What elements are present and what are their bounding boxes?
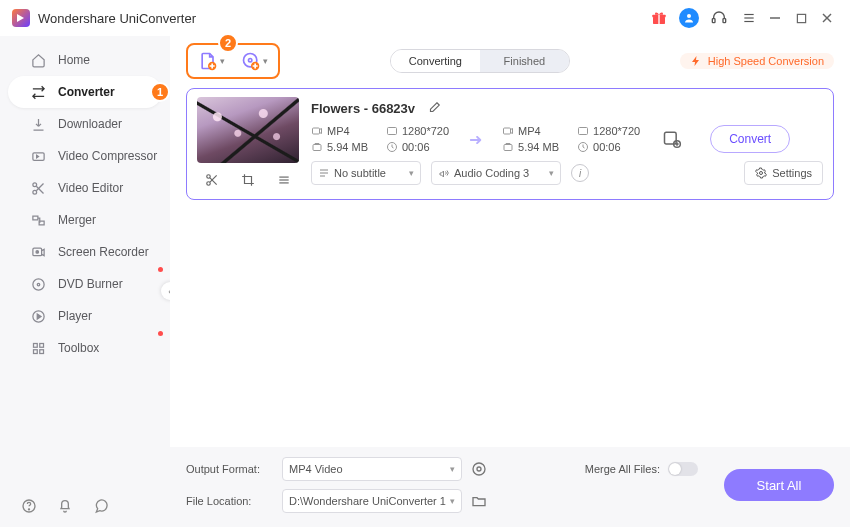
svg-point-36 [207, 182, 211, 186]
play-icon [30, 308, 46, 324]
disc-icon [30, 276, 46, 292]
tab-finished[interactable]: Finished [480, 50, 569, 72]
svg-point-23 [37, 283, 40, 286]
open-folder-icon[interactable] [470, 492, 488, 510]
svg-rect-10 [797, 14, 805, 22]
output-format-value: MP4 Video [289, 463, 343, 475]
resolution-icon [386, 125, 398, 137]
merge-toggle[interactable] [668, 462, 698, 476]
crop-icon[interactable] [237, 169, 259, 191]
status-tabs: Converting Finished [390, 49, 570, 73]
sidebar-item-label: Video Compressor [58, 149, 157, 163]
tab-converting[interactable]: Converting [391, 50, 480, 72]
file-location-value: D:\Wondershare UniConverter 1 [289, 495, 446, 507]
chevron-down-icon: ▾ [409, 168, 414, 178]
svg-rect-25 [33, 343, 37, 347]
file-name: Flowers - 66823v [311, 101, 415, 116]
file-thumbnail[interactable] [197, 97, 299, 163]
subtitle-value: No subtitle [334, 167, 386, 179]
video-icon [311, 125, 323, 137]
sidebar-item-player[interactable]: Player [8, 300, 162, 332]
trim-icon[interactable] [201, 169, 223, 191]
file-location-select[interactable]: D:\Wondershare UniConverter 1 ▾ [282, 489, 462, 513]
support-icon[interactable] [708, 7, 730, 29]
info-icon[interactable]: i [571, 164, 589, 182]
record-icon [30, 244, 46, 260]
sidebar-item-label: Converter [58, 85, 115, 99]
merge-label: Merge All Files: [580, 463, 660, 475]
size-icon [502, 141, 514, 153]
feedback-icon[interactable] [92, 497, 110, 515]
size-icon [311, 141, 323, 153]
audio-value: Audio Coding 3 [454, 167, 529, 179]
download-icon [30, 116, 46, 132]
start-all-button[interactable]: Start All [724, 469, 834, 501]
effect-icon[interactable] [273, 169, 295, 191]
gear-icon [755, 167, 767, 179]
audio-icon [438, 167, 450, 179]
sidebar-item-merger[interactable]: Merger [8, 204, 162, 236]
sidebar: Home Converter 1 Downloader Video Compre… [0, 36, 170, 527]
gift-icon[interactable] [648, 7, 670, 29]
bolt-icon [690, 55, 702, 67]
svg-point-53 [477, 467, 481, 471]
sidebar-item-label: DVD Burner [58, 277, 123, 291]
sidebar-item-converter[interactable]: Converter 1 [8, 76, 162, 108]
svg-rect-4 [712, 19, 715, 23]
src-format: MP4 [327, 125, 350, 137]
add-dvd-button[interactable]: ▾ [237, 47, 272, 75]
bell-icon[interactable] [56, 497, 74, 515]
sidebar-item-label: Screen Recorder [58, 245, 149, 259]
sidebar-item-label: Downloader [58, 117, 122, 131]
arrow-right-icon: ➜ [463, 130, 488, 149]
window-maximize[interactable] [790, 7, 812, 29]
convert-button[interactable]: Convert [710, 125, 790, 153]
clock-icon [577, 141, 589, 153]
sidebar-item-label: Player [58, 309, 92, 323]
sidebar-item-dvd-burner[interactable]: DVD Burner [8, 268, 162, 300]
clock-icon [386, 141, 398, 153]
sidebar-item-video-editor[interactable]: Video Editor [8, 172, 162, 204]
video-icon [502, 125, 514, 137]
svg-point-33 [249, 59, 252, 62]
add-media-group: 2 ▾ ▾ [186, 43, 280, 79]
resolution-icon [577, 125, 589, 137]
sidebar-item-video-compressor[interactable]: Video Compressor [8, 140, 162, 172]
output-preset-icon[interactable] [662, 129, 682, 149]
dst-size: 5.94 MB [518, 141, 559, 153]
rename-icon[interactable] [423, 97, 445, 119]
svg-rect-27 [33, 349, 37, 353]
sidebar-item-home[interactable]: Home [8, 44, 162, 76]
sidebar-item-toolbox[interactable]: Toolbox [8, 332, 162, 364]
svg-rect-46 [504, 128, 511, 134]
svg-point-52 [760, 172, 763, 175]
user-avatar[interactable] [678, 7, 700, 29]
svg-rect-42 [313, 128, 320, 134]
src-size: 5.94 MB [327, 141, 368, 153]
subtitle-select[interactable]: No subtitle ▾ [311, 161, 421, 185]
svg-rect-44 [313, 145, 321, 151]
settings-button[interactable]: Settings [744, 161, 823, 185]
chevron-down-icon: ▾ [220, 56, 225, 66]
help-icon[interactable] [20, 497, 38, 515]
svg-point-14 [32, 182, 36, 186]
hamburger-icon[interactable] [738, 7, 760, 29]
sidebar-item-screen-recorder[interactable]: Screen Recorder [8, 236, 162, 268]
src-res: 1280*720 [402, 125, 449, 137]
subtitle-icon [318, 167, 330, 179]
home-icon [30, 52, 46, 68]
svg-rect-28 [39, 349, 43, 353]
output-settings-icon[interactable] [470, 460, 488, 478]
window-close[interactable] [816, 7, 838, 29]
window-minimize[interactable] [764, 7, 786, 29]
output-format-select[interactable]: MP4 Video ▾ [282, 457, 462, 481]
high-speed-button[interactable]: High Speed Conversion [680, 53, 834, 69]
svg-point-15 [32, 190, 36, 194]
dst-res: 1280*720 [593, 125, 640, 137]
sidebar-item-downloader[interactable]: Downloader [8, 108, 162, 140]
settings-label: Settings [772, 167, 812, 179]
scissors-icon [30, 180, 46, 196]
audio-select[interactable]: Audio Coding 3 ▾ [431, 161, 561, 185]
svg-rect-2 [658, 14, 659, 24]
svg-point-22 [32, 278, 43, 289]
